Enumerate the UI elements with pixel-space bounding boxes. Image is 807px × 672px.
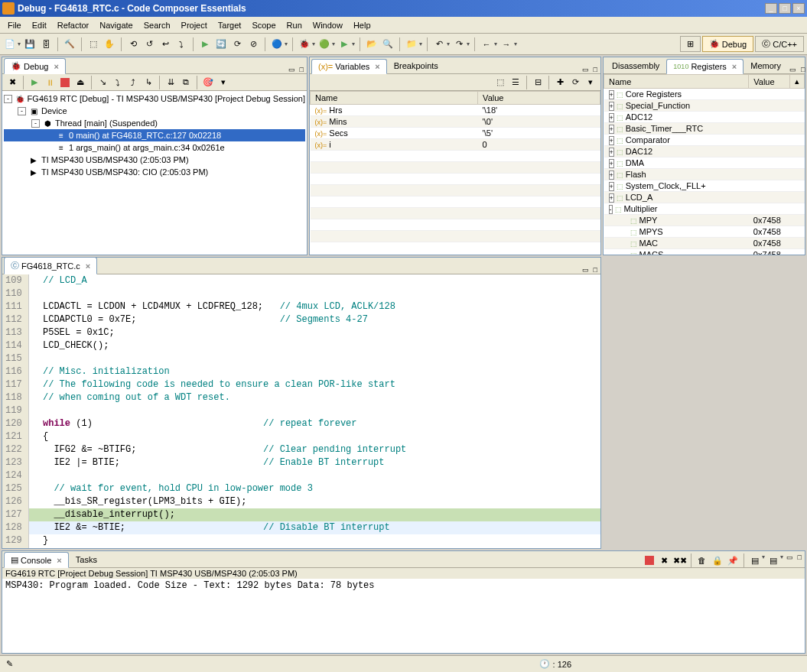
- expander-icon[interactable]: +: [609, 182, 614, 191]
- expander-icon[interactable]: +: [609, 90, 614, 99]
- register-group-row[interactable]: +⬚Comparator: [604, 135, 805, 146]
- minimize-view-icon[interactable]: ▭: [581, 66, 591, 73]
- search-icon[interactable]: 🔍: [381, 37, 395, 51]
- target-icon[interactable]: 🎯: [201, 76, 215, 89]
- maximize-view-icon[interactable]: □: [799, 66, 806, 73]
- tree-row[interactable]: ▶TI MSP430 USB/MSP430 (2:05:03 PM): [4, 154, 305, 166]
- close-button[interactable]: ×: [792, 3, 805, 14]
- restart-icon[interactable]: ⟲: [126, 37, 140, 51]
- expander-icon[interactable]: -: [609, 205, 613, 214]
- tree-row[interactable]: -🐞FG4619 RTC [Debug] - TI MSP430 USB/MSP…: [4, 93, 305, 105]
- variables-table[interactable]: NameValue (x)= Hrs'\18'(x)= Mins'\0'(x)=…: [310, 91, 600, 242]
- open-folder-icon[interactable]: 📂: [365, 37, 379, 51]
- menu-file[interactable]: File: [3, 19, 26, 31]
- code-line[interactable]: // when coming out of a WDT reset.: [29, 391, 600, 404]
- tree-row[interactable]: -⬢Thread [main] (Suspended): [4, 117, 305, 129]
- expander-icon[interactable]: +: [609, 159, 614, 168]
- code-line[interactable]: [29, 352, 600, 365]
- new-icon[interactable]: 📄: [3, 37, 17, 51]
- code-line[interactable]: [29, 469, 600, 482]
- menu-navigate[interactable]: Navigate: [95, 19, 137, 31]
- close-icon[interactable]: ×: [57, 556, 61, 565]
- expander-icon[interactable]: +: [609, 136, 614, 145]
- register-row[interactable]: ⬚MPY0x7458: [604, 215, 805, 226]
- col-name[interactable]: Name: [311, 92, 478, 105]
- step-return-icon[interactable]: ⤴: [126, 76, 140, 89]
- refresh-icon[interactable]: ⟳: [568, 76, 582, 89]
- step-return-icon[interactable]: ↩: [158, 37, 172, 51]
- code-line[interactable]: [29, 287, 600, 300]
- debug-icon[interactable]: 🐞: [298, 37, 311, 51]
- expander-icon[interactable]: +: [609, 193, 614, 203]
- menu-edit[interactable]: Edit: [28, 19, 51, 31]
- resume-icon[interactable]: ▶: [198, 37, 212, 51]
- register-group-row[interactable]: +⬚Special_Function: [604, 100, 805, 112]
- register-group-row[interactable]: +⬚Core Registers: [604, 89, 805, 100]
- menu-window[interactable]: Window: [308, 19, 347, 31]
- menu-run[interactable]: Run: [282, 19, 307, 31]
- show-type-icon[interactable]: ⬚: [493, 76, 507, 89]
- menu-scope[interactable]: Scope: [247, 19, 280, 31]
- perspective-cpp[interactable]: ⓒC/C++: [755, 36, 804, 52]
- code-line[interactable]: [29, 404, 600, 417]
- register-group-row[interactable]: -⬚Multiplier: [604, 203, 805, 215]
- code-line[interactable]: IE2 &= ~BTIE; // Disable BT interrupt: [29, 521, 600, 534]
- forward-icon[interactable]: →: [499, 37, 513, 51]
- expander-icon[interactable]: +: [609, 170, 614, 180]
- table-row[interactable]: (x)= Mins'\0': [311, 116, 600, 128]
- tree-row[interactable]: ≡1 args_main() at args_main.c:34 0x0261e: [4, 141, 305, 154]
- maximize-view-icon[interactable]: □: [592, 266, 599, 274]
- run-icon[interactable]: 🟢: [317, 37, 331, 51]
- code-line[interactable]: // The following code is needed to ensur…: [29, 378, 600, 391]
- expander-icon[interactable]: -: [18, 107, 26, 115]
- show-logical-icon[interactable]: ☰: [509, 76, 522, 89]
- menu-refactor[interactable]: Refactor: [53, 19, 94, 31]
- tab-editor-file[interactable]: ⓒFG4618_RTC.c×: [4, 257, 97, 274]
- code-line[interactable]: LCDAPCTL0 = 0x7E; // Segments 4-27: [29, 313, 600, 326]
- collapse-all-icon[interactable]: ⊟: [531, 76, 545, 89]
- code-line[interactable]: {: [29, 430, 600, 443]
- remove-all-icon[interactable]: ✖✖: [673, 554, 687, 567]
- register-group-row[interactable]: +⬚DAC12: [604, 146, 805, 157]
- maximize-button[interactable]: □: [779, 3, 791, 14]
- disconnect-icon[interactable]: ⏏: [73, 76, 87, 89]
- code-line[interactable]: __bis_SR_register(LPM3_bits + GIE);: [29, 495, 600, 508]
- tab-tasks[interactable]: Tasks: [69, 552, 104, 567]
- menu-project[interactable]: Project: [177, 19, 212, 31]
- step-over-icon[interactable]: ⤵: [111, 76, 125, 89]
- menu-target[interactable]: Target: [213, 19, 246, 31]
- register-row[interactable]: ⬚MACS0x7458: [604, 249, 805, 255]
- folder-new-icon[interactable]: 📁: [405, 37, 418, 51]
- close-icon[interactable]: ×: [732, 62, 737, 71]
- run-ext-icon[interactable]: ▶: [337, 37, 351, 51]
- sync-icon[interactable]: ⟳: [230, 37, 244, 51]
- code-line[interactable]: P5SEL = 0x1C;: [29, 326, 600, 339]
- register-group-row[interactable]: +⬚ADC12: [604, 112, 805, 123]
- tab-disassembly[interactable]: Disassembly: [605, 58, 666, 73]
- code-line[interactable]: LCDACTL = LCDON + LCD4MUX + LCDFREQ_128;…: [29, 300, 600, 313]
- toggle-asm-icon[interactable]: ⬚: [86, 37, 100, 51]
- code-line[interactable]: IFG2 &= ~BTIFG; // Clear pending interru…: [29, 443, 600, 456]
- tab-registers[interactable]: 1010Registers×: [666, 59, 744, 74]
- code-line[interactable]: // LCD_A: [29, 274, 600, 287]
- perspective-debug[interactable]: 🐞Debug: [702, 36, 753, 52]
- back-icon[interactable]: ←: [480, 37, 493, 51]
- register-group-row[interactable]: +⬚LCD_A: [604, 192, 805, 203]
- col-name[interactable]: Name: [604, 75, 749, 89]
- code-line[interactable]: }: [29, 534, 600, 547]
- close-icon[interactable]: ×: [375, 62, 379, 71]
- code-line[interactable]: LCD_CHECK();: [29, 339, 600, 352]
- drop-to-frame-icon[interactable]: ⇊: [164, 76, 177, 89]
- display-console-icon[interactable]: ▤: [748, 554, 762, 567]
- scroll-lock-icon[interactable]: 🔒: [711, 554, 724, 567]
- next-annotation-icon[interactable]: ↷: [452, 37, 466, 51]
- close-icon[interactable]: ×: [86, 261, 90, 271]
- save-icon[interactable]: 💾: [23, 37, 37, 51]
- hand-icon[interactable]: ✋: [103, 37, 116, 51]
- minimize-view-icon[interactable]: ▭: [788, 66, 798, 73]
- save-all-icon[interactable]: 🗄: [39, 37, 53, 51]
- code-line[interactable]: // wait for event, hold CPU in low-power…: [29, 482, 600, 495]
- step-over-icon[interactable]: ⤵: [174, 37, 188, 51]
- expander-icon[interactable]: +: [609, 102, 614, 111]
- code-line[interactable]: __disable_interrupt();: [29, 508, 600, 521]
